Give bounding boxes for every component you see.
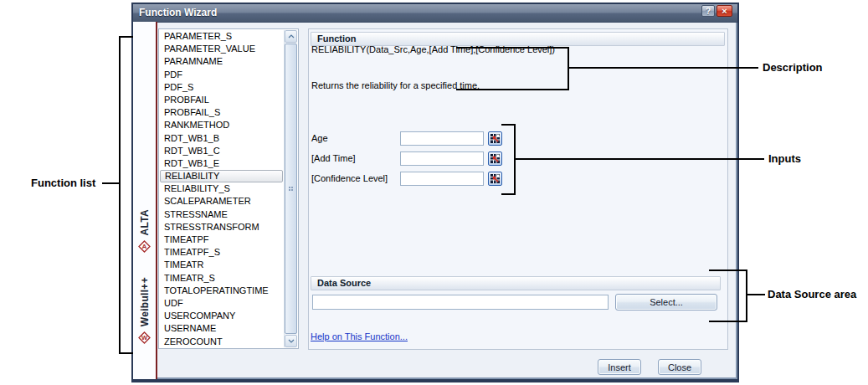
list-item[interactable]: TOTALOPERATINGTIME xyxy=(160,285,284,297)
annotation-line xyxy=(746,270,747,322)
annotation-function-list-label: Function list xyxy=(31,177,95,189)
annotation-line xyxy=(119,36,121,354)
grid-arrow-icon xyxy=(490,174,500,183)
scrollbar-down-button[interactable] xyxy=(285,335,297,347)
list-scrollbar[interactable] xyxy=(284,30,297,347)
insert-button[interactable]: Insert xyxy=(598,359,641,375)
grid-arrow-icon xyxy=(490,154,500,163)
list-item[interactable]: RANKMETHOD xyxy=(160,119,284,131)
svg-text:W: W xyxy=(141,335,148,342)
list-item[interactable]: TIMEATPF xyxy=(160,234,284,246)
tab-alta-label: ALTA xyxy=(139,209,151,235)
select-button[interactable]: Select... xyxy=(615,294,717,311)
list-item[interactable]: USERNAME xyxy=(160,322,284,335)
input-label: [Add Time] xyxy=(311,153,400,163)
grid-arrow-icon xyxy=(490,134,500,143)
annotation-description-label: Description xyxy=(763,61,823,74)
annotation-line xyxy=(456,89,569,90)
annotation-line xyxy=(569,67,758,69)
input-row: [Add Time] xyxy=(311,148,529,168)
list-item[interactable]: RDT_WB1_E xyxy=(160,157,284,170)
function-list: PARAMETER_SPARAMETER_VALUEPARAMNAMEPDFPD… xyxy=(160,30,284,347)
annotation-inputs-label: Inputs xyxy=(768,152,801,165)
data-source-field[interactable] xyxy=(312,295,609,310)
list-item[interactable]: PROBFAIL_S xyxy=(160,106,284,119)
tab-alta[interactable]: ALTA A xyxy=(133,209,156,253)
cell-picker-button[interactable] xyxy=(488,131,502,146)
annotation-line xyxy=(747,294,765,295)
weibull-diamond-icon: W xyxy=(138,331,151,344)
cell-picker-button[interactable] xyxy=(488,151,502,166)
annotation-line xyxy=(456,47,569,49)
close-button[interactable]: Close xyxy=(658,359,701,375)
data-source-group-header: Data Source xyxy=(311,276,721,290)
annotation-line xyxy=(709,321,747,322)
tab-strip-divider xyxy=(156,22,157,379)
function-signature: RELIABILITY(Data_Src,Age,[Add Time],[Con… xyxy=(311,44,555,54)
annotation-line xyxy=(119,352,133,354)
input-label: [Confidence Level] xyxy=(311,173,400,183)
scrollbar-grip-icon xyxy=(289,187,290,188)
alta-diamond-icon: A xyxy=(138,240,151,253)
inputs-area: Age [Add Time] xyxy=(311,128,529,188)
tab-weibull[interactable]: Weibull++ W xyxy=(133,277,156,344)
screen: Function Wizard ? × ALTA A Weibull++ W P… xyxy=(0,0,868,385)
list-item[interactable]: TIMEATR xyxy=(160,259,284,271)
list-item[interactable]: PARAMETER_S xyxy=(160,30,284,43)
function-description: Returns the reliability for a specified … xyxy=(311,80,480,90)
list-item[interactable]: STRESSNAME xyxy=(160,208,284,221)
annotation-line xyxy=(568,47,569,90)
list-item[interactable]: USERCOMPANY xyxy=(160,310,284,322)
cell-picker-button[interactable] xyxy=(488,172,502,186)
title-bar[interactable] xyxy=(133,4,737,23)
list-item[interactable]: UDF xyxy=(160,297,284,310)
list-item[interactable]: PDF xyxy=(160,69,284,81)
titlebar-close-button[interactable]: × xyxy=(716,5,732,17)
annotation-line xyxy=(516,158,764,160)
annotation-data-source-label: Data Source area xyxy=(768,288,856,300)
list-item[interactable]: PDF_S xyxy=(160,81,284,94)
list-item[interactable]: SCALEPARAMETER xyxy=(160,195,284,208)
input-label: Age xyxy=(311,133,400,143)
list-item[interactable]: ZEROCOUNT xyxy=(160,336,284,348)
chevron-down-icon xyxy=(288,339,295,343)
annotation-line xyxy=(119,36,133,38)
list-item[interactable]: RELIABILITY xyxy=(160,170,283,182)
input-row: [Confidence Level] xyxy=(311,168,529,188)
svg-text:A: A xyxy=(142,244,147,251)
close-icon: × xyxy=(722,6,727,16)
chevron-up-icon xyxy=(288,34,295,38)
help-icon: ? xyxy=(706,7,711,16)
scrollbar-up-button[interactable] xyxy=(285,30,297,43)
annotation-line xyxy=(501,193,516,195)
input-field[interactable] xyxy=(400,151,484,166)
annotation-line xyxy=(102,182,119,184)
list-item[interactable]: TIMEATR_S xyxy=(160,272,284,285)
scrollbar-thumb[interactable] xyxy=(285,44,297,334)
help-link[interactable]: Help on This Function... xyxy=(311,331,408,341)
list-item[interactable]: PARAMETER_VALUE xyxy=(160,43,284,55)
list-item[interactable]: STRESSTRANSFORM xyxy=(160,221,284,234)
list-item[interactable]: PARAMNAME xyxy=(160,55,284,68)
function-listbox: PARAMETER_SPARAMETER_VALUEPARAMNAMEPDFPD… xyxy=(158,28,299,349)
titlebar-help-button[interactable]: ? xyxy=(701,5,715,17)
tab-weibull-label: Weibull++ xyxy=(139,277,151,326)
list-item[interactable]: RDT_WB1_C xyxy=(160,145,284,157)
list-item[interactable]: RDT_WB1_B xyxy=(160,132,284,145)
list-item[interactable]: TIMEATPF_S xyxy=(160,246,284,259)
window-title: Function Wizard xyxy=(139,4,217,22)
input-row: Age xyxy=(311,128,529,148)
list-item[interactable]: PROBFAIL xyxy=(160,94,284,106)
input-field[interactable] xyxy=(400,172,484,186)
annotation-line xyxy=(709,270,747,271)
list-item[interactable]: RELIABILITY_S xyxy=(160,182,284,195)
input-field[interactable] xyxy=(400,131,484,146)
